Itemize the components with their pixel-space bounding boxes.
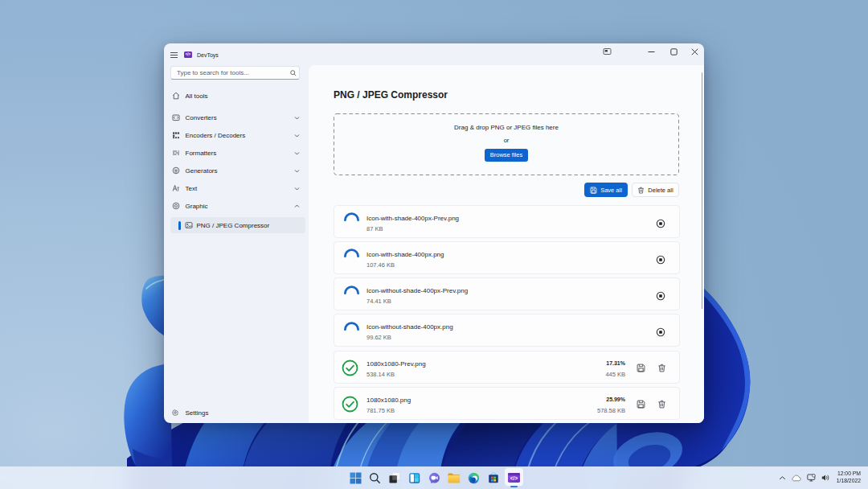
svg-text:</>: </> <box>510 475 518 481</box>
